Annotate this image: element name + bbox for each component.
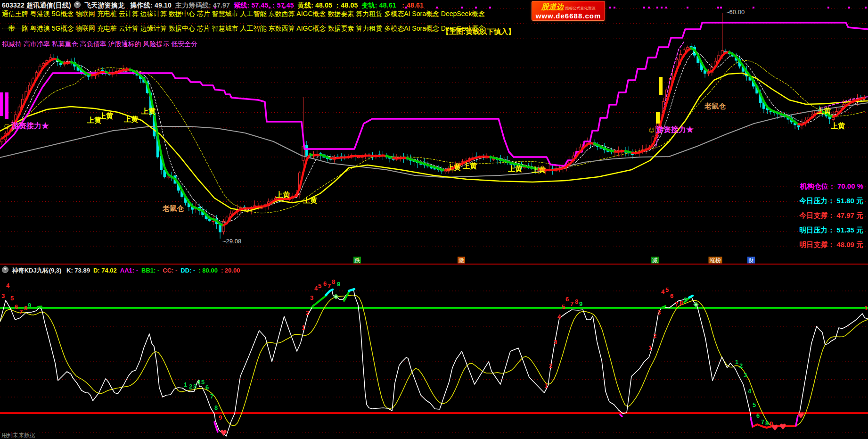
sub-indicator-name: 神奇KDJ九转(9,3) xyxy=(12,267,62,274)
kdj-sub-chart[interactable]: 4356789123456789123456789123456789123456… xyxy=(0,276,868,439)
main-chart-hint: 【主图:黄线以下慎入】 xyxy=(442,27,515,36)
svg-text:6: 6 xyxy=(756,412,760,419)
svg-text:7: 7 xyxy=(761,418,764,425)
svg-text:上黄: 上黄 xyxy=(830,122,845,130)
panel-row: 今日压力： 51.80 元 xyxy=(799,197,863,206)
svg-text:♥: ♥ xyxy=(220,428,227,438)
svg-text:游资接力★: 游资接力★ xyxy=(11,122,49,130)
kdj-field: K: 73.89 xyxy=(66,267,90,274)
svg-text:上黄: 上黄 xyxy=(508,165,522,173)
svg-text:5: 5 xyxy=(201,379,205,386)
svg-text:老鼠仓: 老鼠仓 xyxy=(162,204,184,212)
svg-text:~60.00: ~60.00 xyxy=(726,8,745,16)
svg-text:3: 3 xyxy=(1,292,5,299)
panel-row: 明日压力： 51.35 元 xyxy=(799,226,863,235)
svg-text:3: 3 xyxy=(657,309,661,316)
svg-text:2: 2 xyxy=(189,383,192,390)
sub-chart-header: 神奇KDJ九转(9,3) K: 73.89D: 74.02AA1: -BB1: … xyxy=(1,266,240,275)
svg-text:♥: ♥ xyxy=(771,423,778,432)
stock-name: 超讯通信(日线) xyxy=(26,1,71,9)
vendor-logo[interactable]: 股道边指标公式量化资源 www.de6688.com xyxy=(532,1,605,21)
svg-text:上黄: 上黄 xyxy=(531,166,546,174)
indicator-field: ：48.61 xyxy=(400,1,424,9)
svg-text:上黄: 上黄 xyxy=(816,107,831,115)
svg-text:7: 7 xyxy=(570,300,573,307)
svg-text:7: 7 xyxy=(210,393,213,400)
indicator-field: 操作线: 49.10 xyxy=(130,1,172,9)
svg-text:5: 5 xyxy=(665,286,669,293)
svg-text:9: 9 xyxy=(219,414,222,421)
svg-text:1: 1 xyxy=(302,324,305,331)
td-sequence-numbers: 4356789123456789123456789123456789123456… xyxy=(1,278,868,427)
vendor-brand: 股道边 xyxy=(541,3,564,11)
svg-text:6: 6 xyxy=(565,296,569,303)
svg-text:减: 减 xyxy=(652,257,658,264)
panel-row: 明日支撑： 48.09 元 xyxy=(799,240,863,249)
svg-text:3: 3 xyxy=(193,383,197,390)
svg-text:☺: ☺ xyxy=(3,122,11,131)
svg-text:8: 8 xyxy=(24,305,27,312)
svg-text:6: 6 xyxy=(15,303,18,310)
concept-tags-line1: 通信王牌 粤港澳 5G概念 物联网 充电桩 云计算 边缘计算 数据中心 芯片 智… xyxy=(2,10,485,18)
svg-text:上黄: 上黄 xyxy=(462,162,477,170)
sub-indicator-icon[interactable] xyxy=(2,266,8,273)
svg-text:上黄: 上黄 xyxy=(275,191,290,199)
svg-text:◆: ◆ xyxy=(335,295,337,298)
indicator-field: 主力筹码线: 47.97 xyxy=(175,1,230,9)
svg-text:4: 4 xyxy=(661,288,665,295)
svg-text:☺: ☺ xyxy=(647,125,655,134)
svg-text:1: 1 xyxy=(735,358,738,365)
svg-text:8: 8 xyxy=(332,278,335,285)
svg-text:5: 5 xyxy=(753,401,756,408)
svg-text:跌: 跌 xyxy=(354,257,360,264)
indicator-field: 变轨: 48.61 xyxy=(361,1,396,9)
kdj-field: : 80.00 xyxy=(198,267,217,274)
panel-row: 机构仓位： 70.00 % xyxy=(799,182,863,191)
svg-text:♥: ♥ xyxy=(779,422,786,431)
svg-text:游资接力★: 游资接力★ xyxy=(655,125,694,133)
kdj-field: : 20.00 xyxy=(221,267,240,274)
svg-text:~29.08: ~29.08 xyxy=(222,238,241,245)
svg-text:6: 6 xyxy=(323,280,327,287)
svg-text:6: 6 xyxy=(205,384,209,391)
chart-header: 603322 超讯通信(日线) 飞天游资擒龙 操作线: 49.10主力筹码线: … xyxy=(2,1,424,10)
risk-tags-line: 拟减持 高市净率 私募重仓 高负债率 沪股通标的 风险提示 低安全分 xyxy=(2,40,197,49)
svg-text:1: 1 xyxy=(648,344,652,351)
svg-text:7: 7 xyxy=(675,301,678,308)
svg-text:5: 5 xyxy=(10,295,14,302)
svg-text:9: 9 xyxy=(337,281,340,288)
svg-text:4: 4 xyxy=(314,285,318,292)
svg-text:♥: ♥ xyxy=(797,411,804,420)
svg-text:上黄: 上黄 xyxy=(303,196,317,204)
support-resistance-panel: 机构仓位： 70.00 %今日压力： 51.80 元今日支撑： 47.97 元明… xyxy=(799,182,863,255)
svg-text:1: 1 xyxy=(544,382,548,389)
svg-text:上黄: 上黄 xyxy=(123,115,138,123)
svg-text:上黄: 上黄 xyxy=(141,107,156,115)
svg-text:老鼠仓: 老鼠仓 xyxy=(704,102,726,110)
svg-text:3: 3 xyxy=(744,372,747,379)
svg-text:激: 激 xyxy=(459,257,464,264)
vendor-tagline: 指标公式量化资源 xyxy=(565,6,596,10)
k-line-highlights xyxy=(38,289,798,432)
svg-text:◆: ◆ xyxy=(695,303,697,306)
kdj-field: DD: - xyxy=(180,267,195,274)
event-markers: 跌激减涨榜财 xyxy=(353,257,755,264)
svg-text:8: 8 xyxy=(680,299,683,306)
svg-text:2: 2 xyxy=(739,362,743,369)
main-indicator-name: 飞天游资擒龙 xyxy=(84,1,124,9)
kdj-field: CC: - xyxy=(163,267,177,274)
kdj-field: BB1: - xyxy=(141,267,159,274)
indicator-icon[interactable] xyxy=(74,1,81,8)
svg-text:上黄: 上黄 xyxy=(98,112,113,120)
svg-text:2: 2 xyxy=(653,332,656,340)
trading-app-window: 上黄上黄上黄上黄上黄上黄上黄上黄上黄上黄上黄上黄老鼠仓老鼠仓☺游资接力★☺游资接… xyxy=(0,0,868,439)
stock-code: 603322 xyxy=(2,1,25,9)
svg-text:7: 7 xyxy=(328,282,331,290)
kdj-values: K: 73.89D: 74.02AA1: -BB1: -CC: -DD: -: … xyxy=(63,267,240,274)
future-data-warning: 用到未来数据 xyxy=(1,431,35,439)
operation-line xyxy=(2,48,864,225)
kdj-field: AA1: - xyxy=(120,267,138,274)
svg-text:4: 4 xyxy=(6,282,10,289)
svg-text:4: 4 xyxy=(557,313,561,320)
svg-text:9: 9 xyxy=(28,302,31,309)
